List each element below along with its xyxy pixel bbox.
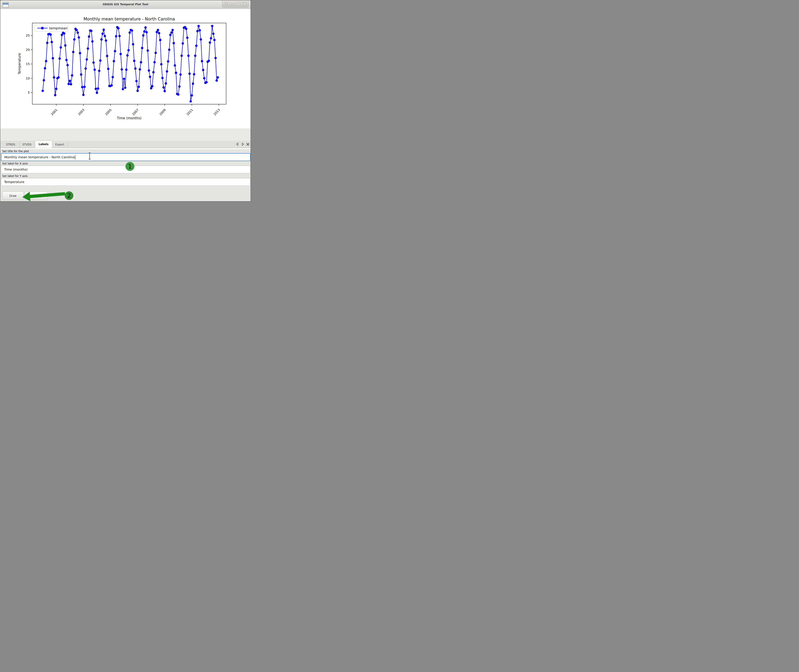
tab-strds[interactable]: STRDS xyxy=(2,142,19,147)
shade-window-icon[interactable] xyxy=(224,2,228,6)
yaxis-label-value: Temperature xyxy=(4,180,24,184)
text-caret xyxy=(75,155,75,159)
yaxis-label-input[interactable]: Temperature xyxy=(1,178,251,186)
window-title: GRASS GIS Temporal Plot Tool xyxy=(0,3,251,6)
close-window-icon[interactable] xyxy=(243,2,246,6)
tab-labels[interactable]: Labels xyxy=(35,141,52,148)
svg-text:2011: 2011 xyxy=(186,108,193,116)
tabstrip: STRDS STVDS Labels Export xyxy=(0,141,251,148)
window-frame: GRASS GIS Temporal Plot Tool 51015202520… xyxy=(0,0,251,202)
svg-text:10: 10 xyxy=(26,77,30,80)
temperature-line-chart: 5101520252001200320052007200920112013Mon… xyxy=(0,9,251,128)
svg-text:Monthly mean temperature - Nor: Monthly mean temperature - North Carolin… xyxy=(83,17,175,21)
annotation-step-1: 1 xyxy=(125,162,134,171)
title-field-label: Set title for the plot xyxy=(2,150,29,153)
minimize-icon[interactable] xyxy=(230,2,234,6)
tab-separator xyxy=(34,142,35,147)
annotation-step-2: 2 xyxy=(65,191,74,200)
xaxis-label-value: Time (months) xyxy=(4,168,27,171)
tab-export[interactable]: Export xyxy=(52,142,67,147)
window-controls xyxy=(222,0,249,8)
svg-text:2003: 2003 xyxy=(77,108,85,116)
svg-text:Time (months): Time (months) xyxy=(117,116,142,120)
tab-stvds[interactable]: STVDS xyxy=(20,142,34,147)
matplotlib-toolbar xyxy=(0,128,251,141)
svg-text:2009: 2009 xyxy=(159,108,166,116)
plot-title-value: Monthly mean temperature - North Carolin… xyxy=(4,155,75,159)
tab-scroll-right-icon[interactable] xyxy=(241,142,244,146)
plot-canvas[interactable]: 5101520252001200320052007200920112013Mon… xyxy=(0,9,251,128)
xaxis-field-label: Set label for X axis xyxy=(2,162,28,165)
tab-scroll-left-icon[interactable] xyxy=(235,142,240,146)
yaxis-field-label: Set label for Y axis xyxy=(2,174,27,178)
grass-gis-temporal-plot-tool-window: GRASS GIS Temporal Plot Tool 51015202520… xyxy=(0,0,251,202)
titlebar[interactable]: GRASS GIS Temporal Plot Tool xyxy=(0,0,251,9)
draw-button[interactable]: Draw xyxy=(2,192,24,200)
svg-text:tempmean: tempmean xyxy=(49,26,67,30)
svg-text:25: 25 xyxy=(26,34,30,37)
panel-top-highlight xyxy=(0,148,251,149)
tab-close-icon[interactable] xyxy=(246,142,250,146)
svg-text:2005: 2005 xyxy=(104,108,112,116)
svg-text:15: 15 xyxy=(26,62,30,66)
svg-text:2013: 2013 xyxy=(213,108,221,116)
svg-text:5: 5 xyxy=(28,91,30,94)
help-button[interactable]: Help xyxy=(25,192,48,200)
tab-separator xyxy=(67,142,68,147)
svg-text:2001: 2001 xyxy=(50,108,58,116)
maximize-icon[interactable] xyxy=(237,2,240,6)
svg-text:Temperature: Temperature xyxy=(18,53,21,74)
svg-text:2007: 2007 xyxy=(131,108,139,116)
plot-title-input[interactable]: Monthly mean temperature - North Carolin… xyxy=(1,153,251,161)
svg-text:20: 20 xyxy=(26,48,30,51)
